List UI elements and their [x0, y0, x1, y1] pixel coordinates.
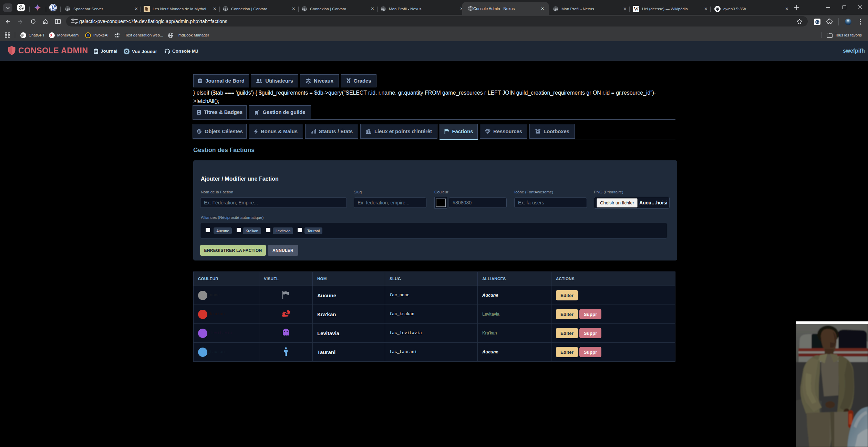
svg-text:W: W	[634, 7, 639, 12]
